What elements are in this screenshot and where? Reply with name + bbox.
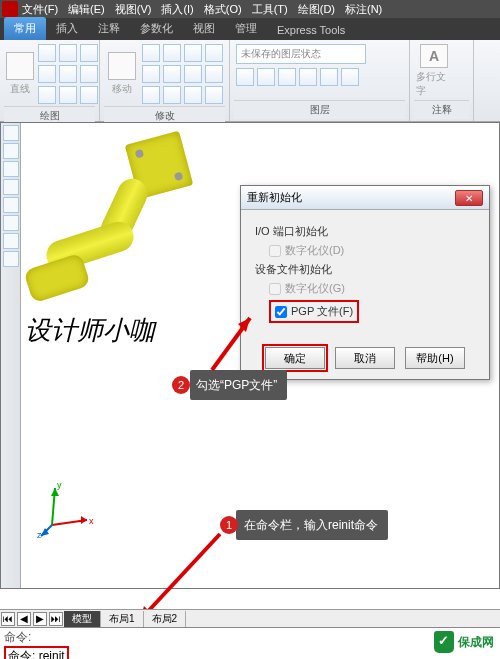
- tool-button[interactable]: [3, 125, 19, 141]
- ucs-axes-icon: x y z: [37, 480, 97, 540]
- digitizer-file-checkbox[interactable]: 数字化仪(G): [269, 281, 475, 296]
- layer-tool-button[interactable]: [299, 68, 317, 86]
- checkbox-icon[interactable]: [269, 245, 281, 257]
- modify-tool-button[interactable]: [142, 44, 160, 62]
- dialog-title: 重新初始化: [247, 190, 302, 205]
- site-logo: 保成网: [434, 631, 494, 653]
- draw-tool-button[interactable]: [80, 86, 98, 104]
- callout-reinit: 1 在命令栏，输入reinit命令: [236, 510, 388, 540]
- menu-edit[interactable]: 编辑(E): [68, 2, 105, 17]
- layer-tool-button[interactable]: [320, 68, 338, 86]
- view-tabs: ⏮ ◀ ▶ ⏭ 模型 布局1 布局2: [0, 609, 500, 627]
- draw-tool-button[interactable]: [38, 65, 56, 83]
- menu-format[interactable]: 格式(O): [204, 2, 242, 17]
- side-toolbar: [1, 123, 21, 588]
- draw-tool-button[interactable]: [80, 65, 98, 83]
- draw-tool-button[interactable]: [38, 86, 56, 104]
- line-icon: [6, 52, 34, 80]
- ribbon: 直线 绘图 移动: [0, 40, 500, 122]
- help-button[interactable]: 帮助(H): [405, 347, 465, 369]
- menu-tools[interactable]: 工具(T): [252, 2, 288, 17]
- modify-tool-button[interactable]: [163, 44, 181, 62]
- callout-pgp: 2 勾选“PGP文件”: [190, 370, 287, 400]
- tab-nav-prev[interactable]: ◀: [17, 612, 31, 626]
- app-logo-icon: [2, 1, 18, 17]
- menu-file[interactable]: 文件(F): [22, 2, 58, 17]
- menu-dim[interactable]: 标注(N): [345, 2, 382, 17]
- tab-nav-first[interactable]: ⏮: [1, 612, 15, 626]
- layer-tool-button[interactable]: [257, 68, 275, 86]
- layer-tool-button[interactable]: [278, 68, 296, 86]
- layer-tool-button[interactable]: [341, 68, 359, 86]
- draw-tool-button[interactable]: [59, 44, 77, 62]
- badge-2-icon: 2: [172, 376, 190, 394]
- svg-text:y: y: [57, 480, 62, 490]
- tab-layout2[interactable]: 布局2: [144, 611, 187, 627]
- tab-home[interactable]: 常用: [4, 17, 46, 40]
- modify-tool-button[interactable]: [205, 65, 223, 83]
- svg-text:x: x: [89, 516, 94, 526]
- tab-layout1[interactable]: 布局1: [101, 611, 144, 627]
- modify-tool-button[interactable]: [163, 65, 181, 83]
- menu-bar: 文件(F) 编辑(E) 视图(V) 插入(I) 格式(O) 工具(T) 绘图(D…: [0, 0, 500, 18]
- model-flange-icon: [23, 253, 91, 304]
- move-icon: [108, 52, 136, 80]
- modify-tool-button[interactable]: [184, 44, 202, 62]
- tab-nav-last[interactable]: ⏭: [49, 612, 63, 626]
- modify-tool-button[interactable]: [142, 86, 160, 104]
- ribbon-tabs: 常用 插入 注释 参数化 视图 管理 Express Tools: [0, 18, 500, 40]
- move-button[interactable]: 移动: [106, 47, 138, 101]
- menu-view[interactable]: 视图(V): [115, 2, 152, 17]
- close-button[interactable]: ✕: [455, 190, 483, 206]
- tab-view[interactable]: 视图: [183, 17, 225, 40]
- draw-tool-button[interactable]: [80, 44, 98, 62]
- tab-manage[interactable]: 管理: [225, 17, 267, 40]
- draw-tool-button[interactable]: [59, 86, 77, 104]
- tool-button[interactable]: [3, 215, 19, 231]
- tab-param[interactable]: 参数化: [130, 17, 183, 40]
- tab-insert[interactable]: 插入: [46, 17, 88, 40]
- dialog-group-device: 设备文件初始化: [255, 262, 475, 277]
- draw-tool-button[interactable]: [59, 65, 77, 83]
- cancel-button[interactable]: 取消: [335, 347, 395, 369]
- tab-annotate[interactable]: 注释: [88, 17, 130, 40]
- shield-icon: [434, 631, 454, 653]
- tool-button[interactable]: [3, 251, 19, 267]
- pgp-file-highlight: PGP 文件(F): [269, 300, 359, 323]
- dialog-group-io: I/O 端口初始化: [255, 224, 475, 239]
- pgp-file-label: PGP 文件(F): [291, 304, 353, 319]
- menu-insert[interactable]: 插入(I): [161, 2, 193, 17]
- tool-button[interactable]: [3, 197, 19, 213]
- text-icon: A: [420, 44, 448, 68]
- panel-modify: 移动 修改: [100, 40, 230, 121]
- tool-button[interactable]: [3, 179, 19, 195]
- panel-draw: 直线 绘图: [0, 40, 100, 121]
- tab-model[interactable]: 模型: [64, 611, 101, 627]
- line-button[interactable]: 直线: [6, 47, 34, 101]
- command-line[interactable]: 命令: 命令: reinit: [0, 627, 500, 659]
- layer-state-combo[interactable]: 未保存的图层状态: [236, 44, 366, 64]
- tab-nav-next[interactable]: ▶: [33, 612, 47, 626]
- tab-express[interactable]: Express Tools: [267, 20, 355, 40]
- modify-tool-button[interactable]: [184, 86, 202, 104]
- tool-button[interactable]: [3, 233, 19, 249]
- checkbox-icon[interactable]: [269, 283, 281, 295]
- modify-tool-button[interactable]: [184, 65, 202, 83]
- digitizer-io-checkbox[interactable]: 数字化仪(D): [269, 243, 475, 258]
- mtext-button[interactable]: A 多行文字: [416, 44, 452, 98]
- tool-button[interactable]: [3, 143, 19, 159]
- ok-button[interactable]: 确定: [265, 347, 325, 369]
- watermark-text: 设计师小咖: [25, 313, 155, 348]
- modify-tool-button[interactable]: [142, 65, 160, 83]
- draw-tool-button[interactable]: [38, 44, 56, 62]
- modify-tool-button[interactable]: [163, 86, 181, 104]
- tool-button[interactable]: [3, 161, 19, 177]
- modify-tool-button[interactable]: [205, 44, 223, 62]
- modify-tool-button[interactable]: [205, 86, 223, 104]
- menu-draw[interactable]: 绘图(D): [298, 2, 335, 17]
- panel-layer: 未保存的图层状态 图层: [230, 40, 410, 121]
- layer-tool-button[interactable]: [236, 68, 254, 86]
- pgp-file-checkbox[interactable]: [275, 306, 287, 318]
- svg-marker-1: [81, 516, 87, 524]
- command-input[interactable]: 命令: reinit: [4, 646, 69, 659]
